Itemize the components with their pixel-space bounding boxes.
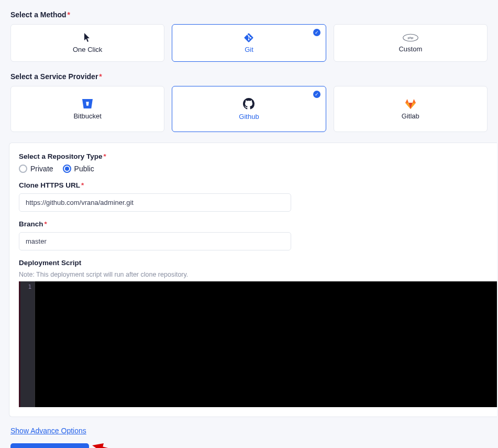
create-application-button[interactable]: Create Application xyxy=(10,443,89,448)
provider-option-label: Gitlab xyxy=(402,112,419,120)
bitbucket-icon xyxy=(82,99,93,109)
required-asterisk: * xyxy=(104,152,106,160)
clone-url-input[interactable] xyxy=(19,193,291,212)
provider-options-row: Bitbucket ✓ Github Gitlab xyxy=(10,86,488,132)
php-icon: php xyxy=(403,34,418,42)
radio-icon xyxy=(19,165,27,173)
branch-label: Branch* xyxy=(19,220,488,228)
method-section-label: Select a Method* xyxy=(10,10,488,19)
editor-gutter: 1 xyxy=(19,281,35,407)
required-asterisk: * xyxy=(68,10,70,19)
method-option-label: One Click xyxy=(73,46,102,53)
script-note: Note: This deployment script will run af… xyxy=(19,271,488,278)
method-option-label: Git xyxy=(245,46,253,53)
required-asterisk: * xyxy=(45,220,47,228)
repo-type-public-radio[interactable]: Public xyxy=(63,165,94,173)
provider-option-label: Github xyxy=(239,113,259,121)
editor-body[interactable] xyxy=(35,281,497,407)
cursor-icon xyxy=(83,33,92,42)
method-option-custom[interactable]: php Custom xyxy=(334,24,488,62)
radio-label: Public xyxy=(74,165,94,173)
provider-section-label: Select a Service Provider* xyxy=(10,72,488,81)
clone-url-label: Clone HTTPS URL* xyxy=(19,181,488,189)
method-option-one-click[interactable]: One Click xyxy=(10,24,164,62)
show-advance-options-link[interactable]: Show Advance Options xyxy=(10,427,86,435)
provider-option-bitbucket[interactable]: Bitbucket xyxy=(10,86,164,132)
provider-option-github[interactable]: ✓ Github xyxy=(172,86,326,132)
repo-type-private-radio[interactable]: Private xyxy=(19,165,53,173)
repo-type-label: Select a Repository Type* xyxy=(19,152,488,160)
method-option-label: Custom xyxy=(399,45,422,53)
radio-icon xyxy=(63,165,71,173)
line-number: 1 xyxy=(24,283,31,290)
gitlab-icon xyxy=(405,99,416,109)
provider-option-label: Bitbucket xyxy=(73,112,101,120)
repo-form-panel: Select a Repository Type* Private Public… xyxy=(9,143,497,417)
annotation-arrow-icon xyxy=(89,440,173,448)
method-options-row: One Click ✓ Git php Custom xyxy=(10,24,488,62)
check-icon: ✓ xyxy=(313,91,320,98)
branch-input[interactable] xyxy=(19,232,291,250)
svg-marker-3 xyxy=(92,443,104,448)
method-option-git[interactable]: ✓ Git xyxy=(172,24,326,62)
radio-label: Private xyxy=(30,165,53,173)
repo-type-radio-group: Private Public xyxy=(19,165,488,173)
required-asterisk: * xyxy=(99,72,102,81)
check-icon: ✓ xyxy=(313,29,320,36)
github-icon xyxy=(243,98,254,110)
required-asterisk: * xyxy=(81,181,84,189)
provider-option-gitlab[interactable]: Gitlab xyxy=(334,86,488,132)
script-label: Deployment Script xyxy=(19,259,488,267)
git-icon xyxy=(244,33,253,42)
script-editor[interactable]: 1 xyxy=(19,281,497,407)
svg-text:php: php xyxy=(407,36,413,39)
